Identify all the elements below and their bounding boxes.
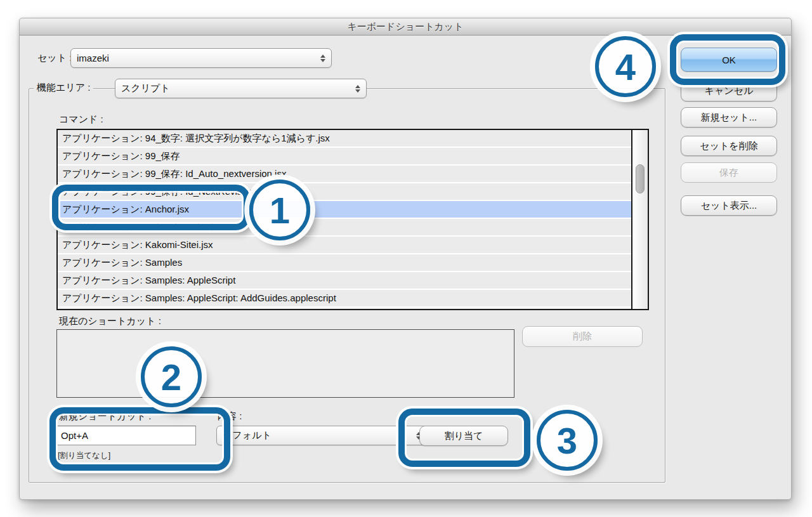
set-dropdown[interactable]: imazeki	[70, 48, 332, 68]
step-number: 1	[270, 189, 290, 232]
highlight-rect-step4	[670, 34, 785, 85]
step-badge-4: 4	[595, 36, 656, 97]
command-row[interactable]: アプリケーション: Samples: AppleScript: AddGuide…	[58, 290, 631, 308]
delete-shortcut-button: 削除	[522, 326, 643, 347]
step-number: 4	[615, 46, 636, 88]
function-area-label: 機能エリア :	[34, 82, 93, 94]
step-number: 3	[557, 419, 577, 462]
set-dropdown-value: imazeki	[77, 53, 109, 63]
current-shortcut-listbox[interactable]	[56, 329, 514, 398]
command-row[interactable]: アプリケーション: Kakomi-Sitei.jsx	[58, 237, 631, 254]
step-badge-3: 3	[537, 410, 598, 471]
screen: キーボードショートカット セット : imazeki 機能エリア : スクリプト…	[0, 0, 812, 517]
dialog-titlebar[interactable]: キーボードショートカット	[20, 18, 791, 36]
save-button: 保存	[681, 162, 777, 183]
updown-arrows-icon	[355, 85, 360, 93]
current-shortcut-label: 現在のショートカット :	[59, 315, 161, 327]
step-badge-2: 2	[141, 346, 202, 407]
command-row[interactable]: アプリケーション: Samples: AppleScript	[58, 272, 631, 290]
context-dropdown[interactable]: デフォルト	[216, 426, 428, 445]
command-row[interactable]: アプリケーション: Samples	[58, 254, 631, 272]
step-badge-1: 1	[249, 180, 310, 240]
step-number: 2	[161, 356, 181, 398]
command-row[interactable]: アプリケーション: 94_数字: 選択文字列が数字なら1減らす.jsx	[58, 130, 631, 148]
commands-label: コマンド :	[59, 114, 103, 126]
new-set-button[interactable]: 新規セット...	[681, 107, 777, 128]
set-label: セット :	[37, 52, 72, 64]
delete-set-button[interactable]: セットを削除	[681, 136, 777, 156]
updown-arrows-icon	[320, 55, 325, 62]
highlight-rect-step3	[398, 409, 530, 467]
highlight-rect-step1	[52, 185, 250, 230]
dialog-title: キーボードショートカット	[347, 21, 463, 33]
scrollbar-thumb[interactable]	[636, 164, 645, 193]
highlight-rect-step2	[49, 407, 230, 471]
function-area-dropdown[interactable]: スクリプト	[115, 79, 367, 98]
commands-scrollbar[interactable]	[631, 130, 648, 309]
show-set-button[interactable]: セット表示...	[681, 195, 777, 216]
command-row[interactable]: アプリケーション: 99_保存: Id_Auto_nextversion.jsx	[58, 166, 631, 183]
function-area-dropdown-value: スクリプト	[121, 82, 170, 95]
command-row[interactable]: アプリケーション: 99_保存	[58, 148, 631, 166]
